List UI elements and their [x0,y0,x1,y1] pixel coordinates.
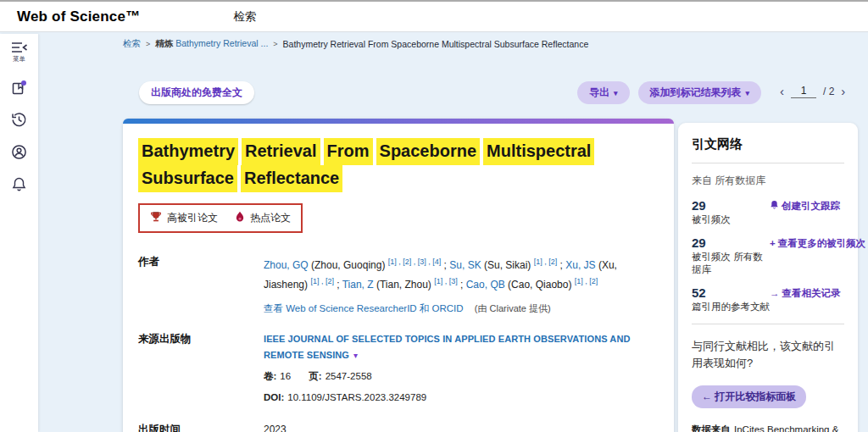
article-title: BathymetryRetrievalFromSpaceborneMultisp… [138,138,621,192]
pages-value: 2547-2558 [326,371,372,381]
see-more-times-cited-link[interactable]: + 查看更多的被引频次 [770,235,865,276]
web-of-science-logo[interactable]: Web of Science™ [17,8,140,25]
marked-list-icon [11,80,27,96]
author: Cao, QB (Cao, Qiaobo) [1] , [2] [466,279,598,291]
volume-pages-line: 卷:16 页:2547-2558 [264,368,655,385]
author-affiliations[interactable]: [1] , [2] [575,277,598,285]
author-affiliations[interactable]: [1] , [2] [310,277,334,285]
researcher-id-link[interactable]: 查看 Web of Science ResearcherID 和 ORCID [264,303,464,313]
author-separator: ; [334,279,342,291]
arrow-right-icon: → [770,287,780,300]
title-word: Subsurface [138,165,237,192]
highly-cited-label: 高被引论文 [167,211,218,225]
author-link[interactable]: Zhou, GQ [264,259,309,271]
title-word: Multispectral [483,138,594,165]
times-cited-all-db-label: 被引频次 所有数据库 [692,251,770,276]
doi-label: DOI: [264,392,284,402]
times-cited-label: 被引频次 [692,213,770,226]
prev-page-icon[interactable]: ‹ [780,85,784,97]
author-fullname: (Zhou, Guoqing) [309,259,388,271]
author-link[interactable]: Tian, Z [342,279,374,291]
pages-label: 页: [309,371,321,381]
view-related-records-link[interactable]: → 查看相关记录 [770,285,844,313]
authors-row: 作者 Zhou, GQ (Zhou, Guoqing) [1] , [2] , … [138,254,655,317]
cited-references-value[interactable]: 52 [692,285,770,300]
add-to-marked-list-button[interactable]: 添加到标记结果列表 ▾ [638,81,762,104]
refine-query[interactable]: Bathymetry Retrieval ... [175,38,268,48]
times-cited-all-db-row: 29 被引频次 所有数据库 + 查看更多的被引频次 [692,235,844,276]
clarivate-note: (由 Clarivate 提供) [475,303,551,313]
page-number-input[interactable] [791,84,816,98]
profile-button[interactable] [11,144,27,160]
journal-link[interactable]: IEEE JOURNAL OF SELECTED TOPICS IN APPLI… [264,334,631,360]
arrow-left-icon: ← [702,390,712,402]
author-fullname: (Su, Sikai) [481,259,534,271]
author-separator: ; [458,279,466,291]
author-link[interactable]: Cao, QB [466,279,505,291]
source-row: 来源出版物 IEEE JOURNAL OF SELECTED TOPICS IN… [138,331,655,406]
times-cited-value[interactable]: 29 [692,198,770,213]
hot-paper-label: 热点论文 [250,211,291,225]
author-link[interactable]: Su, SK [449,259,481,271]
title-word: Bathymetry [138,138,238,165]
author-affiliations[interactable]: [1] , [3] [434,277,458,285]
highly-cited-badge[interactable]: 高被引论文 [150,211,218,225]
create-citation-alert-link[interactable]: 创建引文跟踪 [770,198,844,226]
source-label: 来源出版物 [138,331,264,406]
menu-label: 菜单 [13,55,25,64]
export-button[interactable]: 导出 ▾ [577,81,630,104]
incites-attribution: 数据来自InCites Benchmarking & Analytics [692,423,844,432]
divider [692,163,844,163]
breadcrumb: 检索 > 精炼 Bathymetry Retrieval ... > Bathy… [123,38,588,50]
authors-label: 作者 [138,254,264,317]
comparison-question: 与同行文献相比，该文献的引用表现如何? [692,338,844,372]
title-word: Spaceborne [376,138,480,165]
profile-icon [11,144,27,160]
top-bar: Web of Science™ 检索 [0,0,868,32]
journal-dropdown-icon[interactable]: ▾ [353,351,358,360]
author-link[interactable]: Xu, JS [565,259,595,271]
breadcrumb-separator: > [273,40,277,48]
history-button[interactable] [11,112,27,128]
add-to-marked-label: 添加到标记结果列表 [650,86,742,100]
title-word: Reflectance [241,165,342,192]
pagination: ‹ / 2 › [780,84,845,98]
cited-references-label: 篇引用的参考文献 [692,301,770,313]
author-separator: ; [557,259,565,271]
menu-collapse-button[interactable]: 菜单 [11,42,28,64]
authors-value: Zhou, GQ (Zhou, Guoqing) [1] , [2] , [3]… [264,254,655,317]
paper-badges-box: 高被引论文 热点论文 [138,203,303,233]
article-fields: 作者 Zhou, GQ (Zhou, Guoqing) [1] , [2] , … [138,254,655,432]
collapse-menu-icon [11,42,28,53]
incites-prefix: 数据来自 [692,424,731,432]
author-fullname: (Cao, Qiaobo) [505,279,575,291]
free-fulltext-button[interactable]: 出版商处的免费全文 [139,81,254,104]
source-value: IEEE JOURNAL OF SELECTED TOPICS IN APPLI… [264,331,655,406]
volume-value: 16 [280,371,291,381]
open-comparison-metrics-button[interactable]: ← 打开比较指标面板 [692,385,806,408]
history-icon [11,112,27,128]
author: Zhou, GQ (Zhou, Guoqing) [1] , [2] , [3]… [264,259,449,271]
open-comparison-metrics-label: 打开比较指标面板 [715,390,796,402]
volume-label: 卷: [264,371,276,381]
doi-value: 10.1109/JSTARS.2023.3249789 [287,392,426,402]
breadcrumb-current: Bathymetry Retrieval From Spaceborne Mul… [283,39,589,49]
nav-search[interactable]: 检索 [233,9,256,25]
marked-list-button[interactable] [11,80,27,96]
breadcrumb-refine[interactable]: 精炼 Bathymetry Retrieval ... [155,38,268,50]
times-cited-all-db-value[interactable]: 29 [692,235,770,250]
author: Tian, Z (Tian, Zhou) [1] , [3] ; [342,279,466,291]
export-label: 导出 [589,86,609,100]
author-affiliations[interactable]: [1] , [2] [534,258,558,266]
citation-network-title: 引文网络 [692,136,844,152]
chevron-down-icon: ▾ [746,89,750,97]
author-affiliations[interactable]: [1] , [2] , [3] , [4] [388,258,442,266]
flame-icon [235,211,245,225]
trophy-icon [150,211,162,225]
breadcrumb-search[interactable]: 检索 [123,38,141,50]
next-page-icon[interactable]: › [841,85,845,97]
author-fullname: (Tian, Zhou) [374,279,435,291]
plus-icon: + [770,237,776,250]
notifications-button[interactable] [11,176,27,192]
hot-paper-badge[interactable]: 热点论文 [235,211,291,225]
